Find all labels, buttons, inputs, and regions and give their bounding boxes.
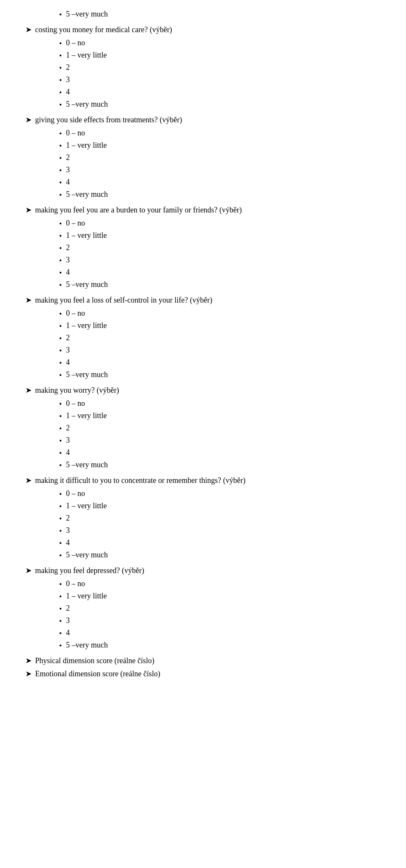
option-feel-depressed-1: ●1 – very little bbox=[59, 590, 381, 602]
options-list-side-effects: ●0 – no●1 – very little●2●3●4●5 –very mu… bbox=[59, 127, 381, 200]
question-item-worry: ➤making you worry? (výběr) bbox=[25, 385, 381, 396]
option-text-costing-money-5: 5 –very much bbox=[66, 99, 108, 110]
option-burden-family-1: ●1 – very little bbox=[59, 230, 381, 241]
option-worry-1: ●1 – very little bbox=[59, 410, 381, 422]
option-text-burden-family-1: 1 – very little bbox=[66, 230, 107, 241]
bullet-icon: ● bbox=[59, 232, 62, 239]
question-text-feel-depressed: making you feel depressed? (výběr) bbox=[35, 565, 144, 576]
option-text-feel-depressed-1: 1 – very little bbox=[66, 590, 107, 602]
option-concentrate-remember-0: ●0 – no bbox=[59, 488, 381, 499]
option-text-burden-family-2: 2 bbox=[66, 242, 70, 254]
option-loss-self-control-3: ●3 bbox=[59, 344, 381, 356]
option-concentrate-remember-4: ●4 bbox=[59, 537, 381, 548]
intro-option-5: ● 5 –very much bbox=[59, 8, 381, 20]
option-costing-money-4: ●4 bbox=[59, 86, 381, 98]
options-list-feel-depressed: ●0 – no●1 – very little●2●3●4●5 –very mu… bbox=[59, 578, 381, 651]
arrow-icon-emotional-dimension: ➤ bbox=[25, 669, 32, 678]
option-text-concentrate-remember-2: 2 bbox=[66, 513, 70, 524]
bullet-icon: ● bbox=[59, 245, 62, 251]
score-item-emotional-dimension: ➤Emotional dimension score (reálne číslo… bbox=[25, 668, 381, 680]
option-text-side-effects-2: 2 bbox=[66, 152, 70, 163]
option-text-worry-1: 1 – very little bbox=[66, 410, 107, 422]
option-text-costing-money-3: 3 bbox=[66, 74, 70, 85]
question-item-concentrate-remember: ➤making it difficult to you to concentra… bbox=[25, 475, 381, 486]
score-item-physical-dimension: ➤Physical dimension score (reálne číslo) bbox=[25, 655, 381, 667]
question-text-burden-family: making you feel you are a burden to your… bbox=[35, 204, 242, 216]
option-text-loss-self-control-0: 0 – no bbox=[66, 308, 85, 319]
option-feel-depressed-0: ●0 – no bbox=[59, 578, 381, 590]
arrow-icon-concentrate-remember: ➤ bbox=[25, 476, 32, 485]
bullet-icon: ● bbox=[59, 359, 62, 366]
arrow-icon-burden-family: ➤ bbox=[25, 205, 32, 215]
option-text-worry-3: 3 bbox=[66, 435, 70, 446]
option-side-effects-4: ●4 bbox=[59, 176, 381, 188]
bullet-icon: ● bbox=[59, 552, 62, 558]
option-text-costing-money-2: 2 bbox=[66, 62, 70, 73]
bullet-icon: ● bbox=[59, 257, 62, 263]
bullet-icon: ● bbox=[59, 322, 62, 329]
option-side-effects-2: ●2 bbox=[59, 152, 381, 163]
options-list-concentrate-remember: ●0 – no●1 – very little●2●3●4●5 –very mu… bbox=[59, 488, 381, 561]
option-text-feel-depressed-2: 2 bbox=[66, 603, 70, 614]
option-text-concentrate-remember-1: 1 – very little bbox=[66, 500, 107, 512]
option-burden-family-3: ●3 bbox=[59, 254, 381, 266]
intro-options: ● 5 –very much bbox=[59, 8, 381, 20]
option-loss-self-control-5: ●5 –very much bbox=[59, 369, 381, 380]
arrow-icon-side-effects: ➤ bbox=[25, 115, 32, 124]
option-text-feel-depressed-0: 0 – no bbox=[66, 578, 85, 590]
bullet-icon: ● bbox=[59, 490, 62, 497]
bullet-icon: ● bbox=[59, 347, 62, 353]
question-item-side-effects: ➤giving you side effects from treatments… bbox=[25, 114, 381, 126]
question-item-feel-depressed: ➤making you feel depressed? (výběr) bbox=[25, 565, 381, 576]
option-feel-depressed-3: ●3 bbox=[59, 615, 381, 626]
bullet-icon: ● bbox=[59, 77, 62, 83]
question-item-costing-money: ➤costing you money for medical care? (vý… bbox=[25, 24, 381, 36]
option-text-concentrate-remember-5: 5 –very much bbox=[66, 549, 108, 561]
option-text-side-effects-3: 3 bbox=[66, 164, 70, 176]
bullet-icon: ● bbox=[59, 462, 62, 468]
option-text-concentrate-remember-3: 3 bbox=[66, 525, 70, 536]
option-burden-family-0: ●0 – no bbox=[59, 218, 381, 229]
option-text-concentrate-remember-0: 0 – no bbox=[66, 488, 85, 499]
option-feel-depressed-4: ●4 bbox=[59, 627, 381, 639]
option-text-loss-self-control-3: 3 bbox=[66, 344, 70, 356]
bullet-icon: ● bbox=[59, 64, 62, 71]
option-side-effects-1: ●1 – very little bbox=[59, 140, 381, 151]
option-costing-money-5: ●5 –very much bbox=[59, 99, 381, 110]
bullet-icon: ● bbox=[59, 220, 62, 226]
option-text-feel-depressed-3: 3 bbox=[66, 615, 70, 626]
option-costing-money-2: ●2 bbox=[59, 62, 381, 73]
bullet-icon: ● bbox=[59, 142, 62, 149]
option-side-effects-0: ●0 – no bbox=[59, 127, 381, 139]
options-list-loss-self-control: ●0 – no●1 – very little●2●3●4●5 –very mu… bbox=[59, 308, 381, 380]
bullet-icon: ● bbox=[59, 413, 62, 419]
option-text-side-effects-5: 5 –very much bbox=[66, 189, 108, 200]
option-worry-3: ●3 bbox=[59, 435, 381, 446]
bullet-icon: ● bbox=[59, 630, 62, 636]
option-costing-money-1: ●1 – very little bbox=[59, 50, 381, 61]
option-text-burden-family-4: 4 bbox=[66, 267, 70, 278]
option-text-worry-0: 0 – no bbox=[66, 398, 85, 409]
bullet-icon: ● bbox=[59, 605, 62, 612]
bullet-icon: ● bbox=[59, 503, 62, 509]
bullet-icon: ● bbox=[59, 372, 62, 378]
bullet-icon: ● bbox=[59, 527, 62, 534]
option-text-loss-self-control-4: 4 bbox=[66, 357, 70, 368]
bullet-icon: ● bbox=[59, 540, 62, 546]
main-content: ● 5 –very much ➤costing you money for me… bbox=[25, 8, 381, 680]
arrow-icon-physical-dimension: ➤ bbox=[25, 656, 32, 665]
option-text-loss-self-control-2: 2 bbox=[66, 332, 70, 344]
question-text-worry: making you worry? (výběr) bbox=[35, 385, 119, 396]
bullet-icon: ● bbox=[59, 89, 62, 95]
option-text-concentrate-remember-4: 4 bbox=[66, 537, 70, 548]
bullet-icon: ● bbox=[59, 52, 62, 58]
option-text-loss-self-control-5: 5 –very much bbox=[66, 369, 108, 380]
option-text-worry-2: 2 bbox=[66, 422, 70, 434]
bullet-icon: ● bbox=[59, 617, 62, 624]
option-side-effects-3: ●3 bbox=[59, 164, 381, 176]
option-text-burden-family-5: 5 –very much bbox=[66, 279, 108, 290]
scores-container: ➤Physical dimension score (reálne číslo)… bbox=[25, 655, 381, 680]
option-loss-self-control-2: ●2 bbox=[59, 332, 381, 344]
option-text-burden-family-0: 0 – no bbox=[66, 218, 85, 229]
option-text-costing-money-0: 0 – no bbox=[66, 37, 85, 49]
